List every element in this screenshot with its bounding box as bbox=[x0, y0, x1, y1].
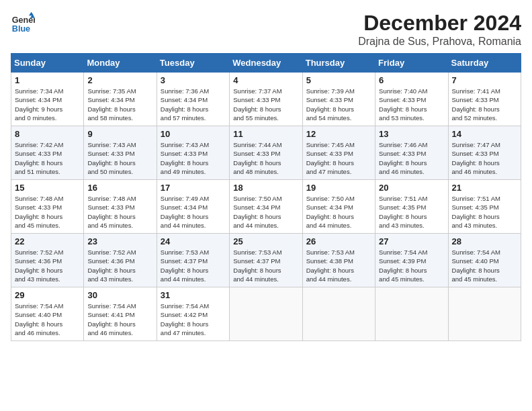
calendar-day-cell: 31Sunrise: 7:54 AM Sunset: 4:42 PM Dayli… bbox=[157, 287, 229, 341]
calendar-day-cell: 2Sunrise: 7:35 AM Sunset: 4:34 PM Daylig… bbox=[84, 73, 157, 126]
calendar-day-cell: 9Sunrise: 7:43 AM Sunset: 4:33 PM Daylig… bbox=[84, 126, 157, 180]
calendar-day-cell: 29Sunrise: 7:54 AM Sunset: 4:40 PM Dayli… bbox=[11, 287, 84, 341]
day-info: Sunrise: 7:35 AM Sunset: 4:34 PM Dayligh… bbox=[87, 87, 152, 122]
day-info: Sunrise: 7:53 AM Sunset: 4:38 PM Dayligh… bbox=[306, 248, 371, 283]
day-number: 15 bbox=[15, 183, 80, 193]
day-number: 30 bbox=[87, 290, 152, 300]
calendar-day-cell bbox=[448, 287, 521, 341]
weekday-header-cell: Saturday bbox=[448, 54, 521, 73]
calendar-day-cell: 26Sunrise: 7:53 AM Sunset: 4:38 PM Dayli… bbox=[302, 234, 375, 287]
day-number: 20 bbox=[379, 183, 444, 193]
calendar-day-cell: 22Sunrise: 7:52 AM Sunset: 4:36 PM Dayli… bbox=[11, 234, 84, 287]
day-number: 24 bbox=[161, 236, 226, 246]
calendar-day-cell: 30Sunrise: 7:54 AM Sunset: 4:41 PM Dayli… bbox=[84, 287, 157, 341]
calendar-week-row: 1Sunrise: 7:34 AM Sunset: 4:34 PM Daylig… bbox=[11, 73, 521, 126]
day-number: 4 bbox=[233, 75, 298, 85]
day-info: Sunrise: 7:54 AM Sunset: 4:40 PM Dayligh… bbox=[15, 302, 80, 337]
day-info: Sunrise: 7:42 AM Sunset: 4:33 PM Dayligh… bbox=[15, 140, 80, 176]
calendar-day-cell: 20Sunrise: 7:51 AM Sunset: 4:35 PM Dayli… bbox=[375, 180, 448, 234]
calendar-day-cell: 7Sunrise: 7:41 AM Sunset: 4:33 PM Daylig… bbox=[448, 73, 521, 126]
day-info: Sunrise: 7:41 AM Sunset: 4:33 PM Dayligh… bbox=[452, 87, 517, 122]
calendar-day-cell: 23Sunrise: 7:52 AM Sunset: 4:36 PM Dayli… bbox=[84, 234, 157, 287]
day-number: 28 bbox=[452, 236, 517, 246]
logo-icon: General Blue bbox=[11, 11, 35, 35]
calendar-day-cell: 14Sunrise: 7:47 AM Sunset: 4:33 PM Dayli… bbox=[448, 126, 521, 180]
calendar-day-cell: 6Sunrise: 7:40 AM Sunset: 4:33 PM Daylig… bbox=[375, 73, 448, 126]
day-number: 23 bbox=[87, 236, 152, 246]
weekday-header-cell: Wednesday bbox=[230, 54, 302, 73]
logo: General Blue bbox=[11, 11, 35, 35]
svg-text:Blue: Blue bbox=[12, 24, 30, 34]
weekday-header-row: SundayMondayTuesdayWednesdayThursdayFrid… bbox=[11, 54, 521, 73]
calendar-day-cell: 1Sunrise: 7:34 AM Sunset: 4:34 PM Daylig… bbox=[11, 73, 84, 126]
calendar-day-cell: 19Sunrise: 7:50 AM Sunset: 4:34 PM Dayli… bbox=[302, 180, 375, 234]
calendar-day-cell: 8Sunrise: 7:42 AM Sunset: 4:33 PM Daylig… bbox=[11, 126, 84, 180]
day-number: 3 bbox=[161, 75, 226, 85]
day-number: 11 bbox=[233, 129, 298, 139]
calendar-week-row: 22Sunrise: 7:52 AM Sunset: 4:36 PM Dayli… bbox=[11, 234, 521, 287]
calendar-day-cell bbox=[302, 287, 375, 341]
day-info: Sunrise: 7:44 AM Sunset: 4:33 PM Dayligh… bbox=[233, 140, 298, 176]
calendar-week-row: 15Sunrise: 7:48 AM Sunset: 4:33 PM Dayli… bbox=[11, 180, 521, 234]
day-number: 29 bbox=[15, 290, 80, 300]
day-info: Sunrise: 7:51 AM Sunset: 4:35 PM Dayligh… bbox=[379, 194, 444, 230]
day-number: 22 bbox=[15, 236, 80, 246]
title-area: December 2024 Drajna de Sus, Prahova, Ro… bbox=[358, 11, 521, 48]
day-number: 14 bbox=[452, 129, 517, 139]
day-info: Sunrise: 7:43 AM Sunset: 4:33 PM Dayligh… bbox=[87, 140, 152, 176]
day-number: 19 bbox=[306, 183, 371, 193]
calendar-day-cell: 11Sunrise: 7:44 AM Sunset: 4:33 PM Dayli… bbox=[230, 126, 302, 180]
calendar-week-row: 29Sunrise: 7:54 AM Sunset: 4:40 PM Dayli… bbox=[11, 287, 521, 341]
day-info: Sunrise: 7:50 AM Sunset: 4:34 PM Dayligh… bbox=[306, 194, 371, 230]
calendar-day-cell: 13Sunrise: 7:46 AM Sunset: 4:33 PM Dayli… bbox=[375, 126, 448, 180]
calendar-day-cell: 5Sunrise: 7:39 AM Sunset: 4:33 PM Daylig… bbox=[302, 73, 375, 126]
day-number: 10 bbox=[161, 129, 226, 139]
day-number: 31 bbox=[161, 290, 226, 300]
day-number: 26 bbox=[306, 236, 371, 246]
weekday-header-cell: Tuesday bbox=[157, 54, 229, 73]
day-number: 8 bbox=[15, 129, 80, 139]
calendar-day-cell bbox=[230, 287, 302, 341]
header: General Blue December 2024 Drajna de Sus… bbox=[11, 11, 521, 48]
day-info: Sunrise: 7:54 AM Sunset: 4:42 PM Dayligh… bbox=[161, 302, 226, 337]
day-number: 12 bbox=[306, 129, 371, 139]
calendar-day-cell: 25Sunrise: 7:53 AM Sunset: 4:37 PM Dayli… bbox=[230, 234, 302, 287]
day-number: 21 bbox=[452, 183, 517, 193]
day-info: Sunrise: 7:47 AM Sunset: 4:33 PM Dayligh… bbox=[452, 140, 517, 176]
calendar-day-cell bbox=[375, 287, 448, 341]
day-info: Sunrise: 7:51 AM Sunset: 4:35 PM Dayligh… bbox=[452, 194, 517, 230]
day-info: Sunrise: 7:54 AM Sunset: 4:40 PM Dayligh… bbox=[452, 248, 517, 283]
weekday-header-cell: Friday bbox=[375, 54, 448, 73]
day-info: Sunrise: 7:48 AM Sunset: 4:33 PM Dayligh… bbox=[87, 194, 152, 230]
day-info: Sunrise: 7:53 AM Sunset: 4:37 PM Dayligh… bbox=[233, 248, 298, 283]
day-number: 27 bbox=[379, 236, 444, 246]
day-number: 18 bbox=[233, 183, 298, 193]
day-info: Sunrise: 7:52 AM Sunset: 4:36 PM Dayligh… bbox=[15, 248, 80, 283]
calendar-day-cell: 28Sunrise: 7:54 AM Sunset: 4:40 PM Dayli… bbox=[448, 234, 521, 287]
day-info: Sunrise: 7:46 AM Sunset: 4:33 PM Dayligh… bbox=[379, 140, 444, 176]
day-info: Sunrise: 7:54 AM Sunset: 4:41 PM Dayligh… bbox=[87, 302, 152, 337]
calendar-day-cell: 3Sunrise: 7:36 AM Sunset: 4:34 PM Daylig… bbox=[157, 73, 229, 126]
day-number: 9 bbox=[87, 129, 152, 139]
day-number: 5 bbox=[306, 75, 371, 85]
svg-marker-2 bbox=[29, 12, 34, 15]
calendar-day-cell: 10Sunrise: 7:43 AM Sunset: 4:33 PM Dayli… bbox=[157, 126, 229, 180]
day-info: Sunrise: 7:40 AM Sunset: 4:33 PM Dayligh… bbox=[379, 87, 444, 122]
calendar-day-cell: 12Sunrise: 7:45 AM Sunset: 4:33 PM Dayli… bbox=[302, 126, 375, 180]
day-number: 25 bbox=[233, 236, 298, 246]
day-number: 16 bbox=[87, 183, 152, 193]
calendar-day-cell: 27Sunrise: 7:54 AM Sunset: 4:39 PM Dayli… bbox=[375, 234, 448, 287]
calendar-day-cell: 17Sunrise: 7:49 AM Sunset: 4:34 PM Dayli… bbox=[157, 180, 229, 234]
day-info: Sunrise: 7:34 AM Sunset: 4:34 PM Dayligh… bbox=[15, 87, 80, 122]
weekday-header-cell: Thursday bbox=[302, 54, 375, 73]
day-info: Sunrise: 7:43 AM Sunset: 4:33 PM Dayligh… bbox=[161, 140, 226, 176]
day-info: Sunrise: 7:53 AM Sunset: 4:37 PM Dayligh… bbox=[161, 248, 226, 283]
calendar-day-cell: 24Sunrise: 7:53 AM Sunset: 4:37 PM Dayli… bbox=[157, 234, 229, 287]
calendar-day-cell: 16Sunrise: 7:48 AM Sunset: 4:33 PM Dayli… bbox=[84, 180, 157, 234]
page-subtitle: Drajna de Sus, Prahova, Romania bbox=[358, 36, 521, 48]
day-number: 7 bbox=[452, 75, 517, 85]
day-number: 2 bbox=[87, 75, 152, 85]
day-info: Sunrise: 7:39 AM Sunset: 4:33 PM Dayligh… bbox=[306, 87, 371, 122]
day-info: Sunrise: 7:36 AM Sunset: 4:34 PM Dayligh… bbox=[161, 87, 226, 122]
calendar-day-cell: 18Sunrise: 7:50 AM Sunset: 4:34 PM Dayli… bbox=[230, 180, 302, 234]
